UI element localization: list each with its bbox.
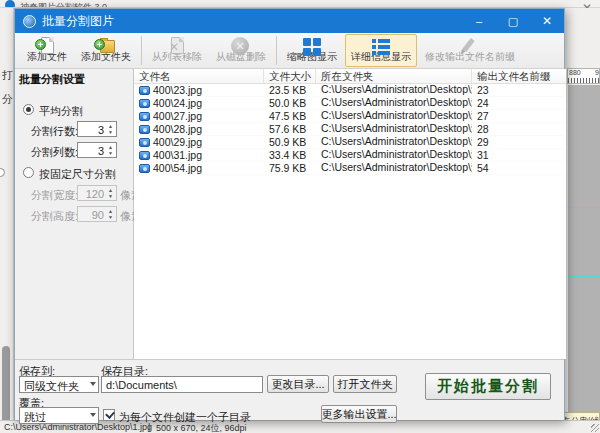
delete-from-disk-button: ✕ 从磁盘删除 bbox=[210, 34, 272, 67]
dialog-app-icon bbox=[23, 15, 36, 28]
background-partial-radio bbox=[0, 168, 5, 177]
jpg-file-icon bbox=[139, 86, 150, 95]
file-list: 文件名 文件大小 所在文件夹 输出文件名前缀 400\23.jpg 23.5 K… bbox=[134, 69, 566, 359]
average-split-radio[interactable] bbox=[23, 104, 34, 115]
dialog-title: 批量分割图片 bbox=[42, 13, 114, 30]
open-folder-button[interactable]: 打开文件夹 bbox=[333, 375, 397, 393]
jpg-file-icon bbox=[139, 138, 150, 147]
split-rows-label: 分割行数: bbox=[31, 124, 78, 139]
stepper-arrows-icon: ▲▼ bbox=[106, 187, 115, 199]
jpg-file-icon bbox=[139, 112, 150, 121]
minimize-button[interactable]: – bbox=[462, 9, 496, 33]
split-height-stepper: 90 ▲▼ bbox=[77, 206, 117, 222]
maximize-button[interactable]: ▢ bbox=[496, 9, 530, 33]
close-button[interactable]: ✕ bbox=[530, 9, 564, 33]
fixed-size-split-radio[interactable] bbox=[23, 167, 34, 178]
resize-grip[interactable] bbox=[591, 424, 599, 432]
edit-output-prefix-button: 修改输出文件名前缀 bbox=[419, 34, 521, 67]
stepper-arrows-icon: ▲▼ bbox=[106, 208, 115, 220]
jpg-file-icon bbox=[139, 99, 150, 108]
jpg-file-icon bbox=[139, 164, 150, 173]
chevron-down-icon bbox=[90, 413, 96, 417]
details-view-button[interactable]: 详细信息显示 bbox=[345, 34, 417, 67]
toolbar-separator bbox=[141, 36, 142, 65]
add-folder-icon bbox=[94, 37, 118, 49]
toolbar-separator bbox=[276, 36, 277, 65]
overwrite-select[interactable]: 跳过 bbox=[19, 407, 99, 424]
background-left-panel: 打 分 bbox=[0, 8, 14, 420]
delete-from-disk-icon: ✕ bbox=[229, 37, 253, 49]
chevron-down-icon bbox=[90, 382, 96, 386]
split-line[interactable] bbox=[568, 207, 600, 208]
edit-prefix-pencil-icon bbox=[458, 37, 482, 49]
subdir-checkbox-label: 为每个文件创建一个子目录 bbox=[119, 410, 251, 425]
column-header-prefix[interactable]: 输出文件名前缀 bbox=[472, 69, 566, 83]
ruler-label-880: 880 bbox=[569, 69, 581, 76]
remove-from-list-button: ✕ 从列表移除 bbox=[146, 34, 208, 67]
file-list-header: 文件名 文件大小 所在文件夹 输出文件名前缀 bbox=[134, 69, 566, 84]
add-file-icon bbox=[35, 37, 59, 49]
background-window-title: 神奇图片分割软件 3.0 bbox=[20, 1, 107, 8]
background-ruler: 880 9 bbox=[567, 68, 600, 84]
save-to-select[interactable]: 同级文件夹 bbox=[19, 376, 99, 393]
background-image-canvas bbox=[568, 85, 600, 420]
batch-split-dialog: 批量分割图片 – ▢ ✕ 添加文件 添加文件夹 ✕ 从列表移除 ✕ 从磁盘删除 … bbox=[14, 8, 565, 420]
details-view-icon bbox=[369, 37, 393, 49]
split-width-label: 分割宽度: bbox=[31, 188, 78, 203]
add-folder-button[interactable]: 添加文件夹 bbox=[75, 34, 137, 67]
split-cols-stepper[interactable]: 3 ▲▼ bbox=[77, 142, 117, 158]
split-line[interactable] bbox=[568, 276, 600, 277]
thumbnail-view-icon bbox=[300, 37, 324, 49]
output-options-panel: 保存到: 同级文件夹 保存目录: 更改目录... 打开文件夹 覆盖: 跳过 为每… bbox=[15, 359, 564, 420]
subdir-checkbox[interactable] bbox=[103, 409, 115, 421]
split-settings-panel: 批量分割设置 平均分割 分割行数: 3 ▲▼ 分割列数: 3 ▲▼ 按固定尺寸分… bbox=[15, 69, 134, 359]
change-dir-button[interactable]: 更改目录... bbox=[267, 375, 329, 393]
thumbnail-view-button[interactable]: 缩略图显示 bbox=[281, 34, 343, 67]
add-file-button[interactable]: 添加文件 bbox=[21, 34, 73, 67]
more-output-settings-button[interactable]: 更多输出设置... bbox=[321, 405, 397, 423]
settings-panel-title: 批量分割设置 bbox=[19, 72, 85, 87]
fixed-size-split-label: 按固定尺寸分割 bbox=[39, 167, 116, 182]
stepper-arrows-icon[interactable]: ▲▼ bbox=[106, 123, 115, 135]
background-window-titlebar: 神奇图片分割软件 3.0 bbox=[0, 0, 600, 8]
stepper-arrows-icon[interactable]: ▲▼ bbox=[106, 144, 115, 156]
background-scrollbar[interactable] bbox=[2, 346, 10, 424]
background-app-icon bbox=[5, 0, 15, 8]
remove-from-list-icon: ✕ bbox=[165, 37, 189, 49]
jpg-file-icon bbox=[139, 151, 150, 160]
column-header-folder[interactable]: 所在文件夹 bbox=[316, 69, 472, 83]
split-cols-label: 分割列数: bbox=[31, 145, 78, 160]
average-split-label: 平均分割 bbox=[39, 104, 83, 119]
ruler-ticks bbox=[568, 78, 599, 83]
start-batch-split-button[interactable]: 开始批量分割 bbox=[425, 373, 551, 400]
background-open-label: 打 bbox=[2, 68, 13, 83]
save-dir-input[interactable] bbox=[101, 376, 263, 393]
column-header-filename[interactable]: 文件名 bbox=[134, 69, 264, 83]
split-width-stepper: 120 ▲▼ bbox=[77, 185, 117, 201]
toolbar: 添加文件 添加文件夹 ✕ 从列表移除 ✕ 从磁盘删除 缩略图显示 详细信息显示 … bbox=[15, 33, 564, 69]
background-split-label: 分 bbox=[2, 92, 13, 107]
split-height-label: 分割高度: bbox=[31, 209, 78, 224]
split-rows-stepper[interactable]: 3 ▲▼ bbox=[77, 121, 117, 137]
ruler-label-9: 9 bbox=[595, 69, 599, 76]
table-row[interactable]: 400\54.jpg 75.9 KB C:\Users\Administrato… bbox=[134, 162, 566, 175]
jpg-file-icon bbox=[139, 125, 150, 134]
dialog-titlebar[interactable]: 批量分割图片 – ▢ ✕ bbox=[15, 9, 564, 33]
column-header-filesize[interactable]: 文件大小 bbox=[264, 69, 316, 83]
